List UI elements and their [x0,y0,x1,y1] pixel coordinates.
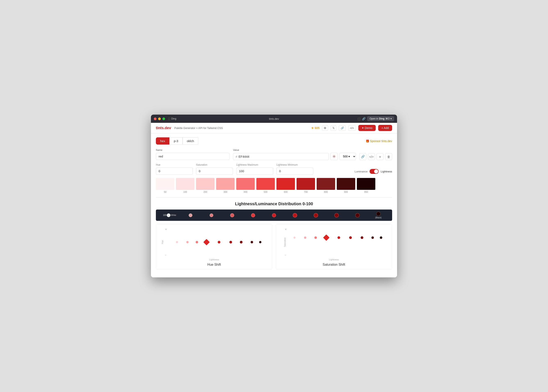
dist-item-8 [326,213,347,217]
value-label: Value [233,149,356,152]
swatch-300[interactable]: 300 [216,178,235,193]
maximize-button[interactable] [162,118,165,120]
swatch-800[interactable]: 800 [317,178,335,193]
minimize-button[interactable] [158,118,161,120]
toggle-knob [374,169,378,174]
swatch-900[interactable]: 900 [337,178,355,193]
dist-item-4 [243,213,264,217]
lightness-min-input[interactable] [276,168,313,175]
action-icons: 🔗 </> ≡ 🗑 [359,149,392,160]
dist-item-10: (Black) [368,212,389,219]
lightness-max-input[interactable] [236,168,273,175]
swatch-100[interactable]: 100 [176,178,194,193]
chart-dot [203,239,210,245]
chart-dot [229,241,232,244]
chart-dot [251,241,253,243]
sat-chart-title: Saturation Shift [278,263,389,266]
copy-link-button[interactable]: 🔗 [339,125,346,131]
sat-dots [284,227,389,258]
add-button[interactable]: + Add [378,125,392,131]
swatch-label-950: 950 [364,191,368,193]
swatch-label-700: 700 [304,191,308,193]
hue-chart: Hue + - Lightness Hue Shift [156,224,272,269]
distribution-section: Lightness/Luminance Distribution 0-100 1… [156,202,392,273]
dist-item-6 [284,213,305,217]
chart-dot [323,234,329,241]
dist-item-1 [180,213,201,217]
star-icon: ★ [311,126,314,130]
name-input[interactable] [156,153,230,160]
hue-dots [164,227,270,258]
swatch-color-300 [216,178,235,190]
color-picker-button[interactable] [330,153,338,160]
app-tab: ⬚ Ding [168,117,176,120]
chart-dot [259,241,261,243]
main-content: hex p-3 oklch 🎁 Sponsor tints.dev Name V… [151,133,397,277]
star-count: ★ 605 [311,126,319,130]
chart-dot [372,236,374,239]
open-in-button[interactable]: Open in Ding ⌘O ▾ [367,116,394,121]
demo-button[interactable]: ✦ Demo [358,125,376,131]
charts-row: Hue + - Lightness Hue Shift Saturation +… [156,224,392,269]
saturation-label: Saturation [196,163,233,166]
settings-button[interactable]: ≡ [377,153,384,160]
dist-item-7 [305,213,326,217]
code-button[interactable]: </> [348,125,356,131]
swatch-label-300: 300 [224,191,227,193]
swatch-50[interactable]: 50 [156,178,174,193]
chart-dot [337,236,340,239]
swatch-200[interactable]: 200 [196,178,215,193]
swatch-label-900: 900 [344,191,348,193]
lightness-min-group: Lightness Minimum [276,163,313,175]
delete-button[interactable]: 🗑 [385,153,392,160]
hex-input[interactable] [239,155,326,158]
swatch-color-50 [156,178,174,190]
tab-p3[interactable]: p-3 [169,137,183,145]
hue-input[interactable] [156,168,193,175]
shade-select[interactable]: 500 ▾ [339,153,356,160]
hue-chart-title: Hue Shift [159,263,270,266]
tab-hex[interactable]: hex [156,137,169,145]
titlebar-actions: ⬚ 🔗 Open in Ding ⌘O ▾ [358,116,394,121]
navbar: tints.dev Palette Generator + API for Ta… [151,123,397,133]
twitter-button[interactable]: 𝕏 [330,125,336,131]
distribution-title: Lightness/Luminance Distribution 0-100 [156,202,392,206]
chart-dot [196,241,198,243]
swatch-color-700 [296,178,315,190]
dist-item-5 [264,213,284,217]
swatch-color-900 [337,178,355,190]
github-button[interactable]: ⚙ [322,125,328,131]
distribution-bar: 100White(Black) [156,210,392,221]
saturation-chart: Saturation + - Lightness Saturation Shif… [276,224,392,269]
saturation-input[interactable] [196,168,233,175]
swatch-700[interactable]: 700 [296,178,315,193]
page-url: tints.dev [269,117,279,120]
lightness-toggle[interactable] [370,169,379,174]
swatch-600[interactable]: 600 [276,178,295,193]
chart-dot [176,241,178,243]
swatch-950[interactable]: 950 [357,178,375,193]
chart-dot [361,236,363,239]
chart-dot [294,237,295,239]
swatch-500[interactable]: 500 [256,178,275,193]
swatch-color-800 [317,178,335,190]
code-copy-button[interactable]: </> [368,153,375,160]
swatch-color-200 [196,178,215,190]
chart-dot [186,241,189,243]
sponsor-button[interactable]: 🎁 Sponsor tints.dev [366,140,392,143]
hex-input-wrap: # [233,153,329,160]
link-icon[interactable]: 🔗 [362,117,365,120]
swatch-label-600: 600 [284,191,288,193]
close-button[interactable] [154,118,156,120]
lightness-max-group: Lightness Maximum [236,163,273,175]
nav-actions: ★ 605 ⚙ 𝕏 🔗 </> ✦ Demo + Add [311,125,392,131]
share-icon[interactable]: ⬚ [358,117,360,120]
logo[interactable]: tints.dev [156,126,171,130]
swatch-color-500 [256,178,275,190]
tab-oklch[interactable]: oklch [183,137,198,145]
link-copy-button[interactable]: 🔗 [359,153,366,160]
dist-item-0: 100White [159,213,180,217]
luminance-toggle-group: Luminance Lightness [355,169,392,175]
swatch-400[interactable]: 400 [236,178,255,193]
swatch-label-100: 100 [183,191,187,193]
